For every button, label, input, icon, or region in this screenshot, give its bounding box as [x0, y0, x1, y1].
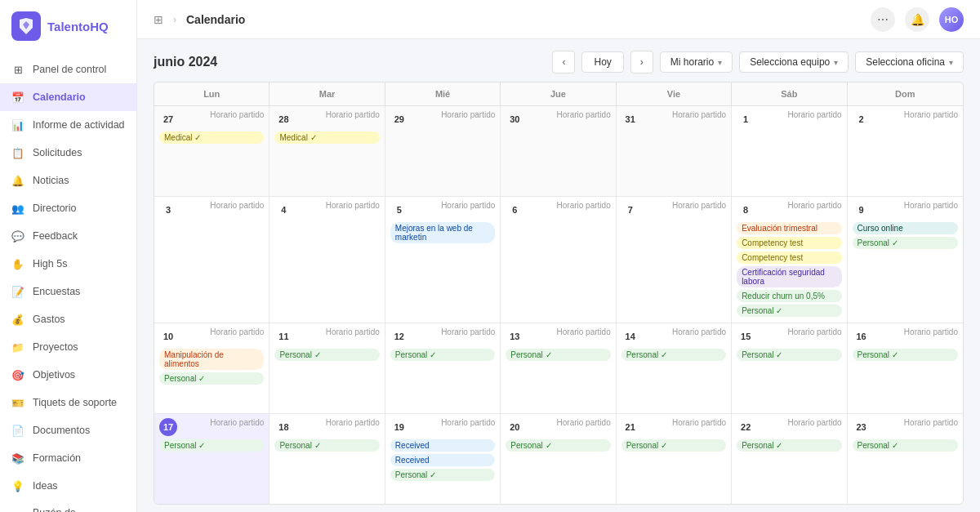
sidebar-item-complaints[interactable]: 📥 Buzón de denuncias [0, 500, 136, 512]
event-tag[interactable]: Personal ✓ [506, 439, 610, 452]
events-list: Evaluación trimestralCompetency testComp… [737, 222, 841, 318]
event-tag[interactable]: Personal ✓ [737, 349, 841, 361]
event-tag[interactable]: Curso online [853, 222, 958, 234]
sidebar-item-expenses[interactable]: 💰 Gastos [0, 305, 136, 333]
events-list: Personal ✓ [390, 349, 495, 363]
cell-day-number: 6 [506, 201, 523, 219]
team-dropdown[interactable]: Selecciona equipo ▾ [739, 51, 849, 73]
prev-month-button[interactable]: ‹ [552, 51, 575, 73]
event-tag[interactable]: Personal ✓ [853, 237, 958, 249]
event-tag[interactable]: Personal ✓ [274, 439, 379, 452]
cell-schedule: Horario partido [210, 201, 264, 210]
calendar-cell[interactable]: 14Horario partidoPersonal ✓ [617, 323, 732, 413]
event-tag[interactable]: Competency test [737, 237, 841, 249]
day-header-dom: Dom [848, 82, 963, 105]
schedule-dropdown[interactable]: Mi horario ▾ [660, 51, 733, 73]
calendar-cell[interactable]: 11Horario partidoPersonal ✓ [270, 323, 385, 413]
event-tag[interactable]: Medical ✓ [274, 131, 379, 144]
calendar-cell[interactable]: 1Horario partido [732, 106, 847, 196]
sidebar-item-news[interactable]: 🔔 Noticias [0, 167, 136, 194]
sidebar-item-label: Directorio [33, 203, 77, 214]
calendar-weeks: 27Horario partidoMedical ✓28Horario part… [154, 106, 963, 504]
calendar-cell[interactable]: 8Horario partidoEvaluación trimestralCom… [732, 197, 847, 323]
calendar-cell[interactable]: 28Horario partidoMedical ✓ [270, 106, 385, 196]
calendar-cell[interactable]: 4Horario partido [270, 197, 385, 323]
calendar-cell[interactable]: 3Horario partido [154, 197, 270, 323]
calendar-cell[interactable]: 23Horario partidoPersonal ✓ [848, 414, 963, 504]
sidebar-item-label: Gastos [33, 314, 65, 325]
ticket-icon: 🎫 [11, 396, 24, 409]
sidebar-item-activity[interactable]: 📊 Informe de actividad [0, 111, 136, 139]
calendar-cell[interactable]: 6Horario partido [501, 197, 616, 323]
cell-day-number: 10 [159, 327, 177, 345]
office-dropdown[interactable]: Selecciona oficina ▾ [855, 51, 964, 73]
sidebar-item-training[interactable]: 📚 Formación [0, 444, 136, 472]
sidebar-item-high5s[interactable]: ✋ High 5s [0, 250, 136, 278]
sidebar-item-feedback[interactable]: 💬 Feedback [0, 222, 136, 250]
sidebar-item-projects[interactable]: 📁 Proyectos [0, 333, 136, 361]
calendar-cell[interactable]: 12Horario partidoPersonal ✓ [385, 323, 501, 413]
sidebar-item-goals[interactable]: 🎯 Objetivos [0, 361, 136, 389]
calendar-cell[interactable]: 29Horario partido [385, 106, 501, 196]
calendar-cell[interactable]: 19Horario partidoReceivedReceivedPersona… [385, 414, 501, 504]
calendar-cell[interactable]: 7Horario partido [617, 197, 732, 323]
event-tag[interactable]: Personal ✓ [853, 349, 958, 361]
event-tag[interactable]: Personal ✓ [621, 349, 726, 361]
event-tag[interactable]: Evaluación trimestral [737, 222, 841, 234]
sidebar-item-directory[interactable]: 👥 Directorio [0, 194, 136, 222]
event-tag[interactable]: Personal ✓ [274, 349, 379, 361]
sidebar-item-surveys[interactable]: 📝 Encuestas [0, 278, 136, 305]
sidebar-item-calendar[interactable]: 📅 Calendario [0, 83, 136, 111]
cell-day-number: 23 [853, 418, 871, 436]
today-button[interactable]: Hoy [581, 51, 623, 73]
calendar-cell[interactable]: 15Horario partidoPersonal ✓ [732, 323, 847, 413]
calendar-cell[interactable]: 9Horario partidoCurso onlinePersonal ✓ [848, 197, 963, 323]
calendar-cell[interactable]: 21Horario partidoPersonal ✓ [617, 414, 732, 504]
event-tag[interactable]: Medical ✓ [159, 131, 264, 144]
sidebar-item-ideas[interactable]: 💡 Ideas [0, 472, 136, 500]
event-tag[interactable]: Certificación seguridad labora [737, 266, 841, 287]
event-tag[interactable]: Personal ✓ [159, 372, 264, 385]
calendar-cell[interactable]: 20Horario partidoPersonal ✓ [501, 414, 616, 504]
calendar-cell[interactable]: 10Horario partidoManipulación de aliment… [154, 323, 270, 413]
cell-day-number: 13 [506, 327, 523, 345]
event-tag[interactable]: Personal ✓ [737, 439, 841, 452]
sidebar-item-requests[interactable]: 📋 Solicitudes [0, 139, 136, 167]
notifications-button[interactable]: 🔔 [905, 7, 929, 32]
calendar-cell[interactable]: 22Horario partidoPersonal ✓ [732, 414, 847, 504]
calendar-cell[interactable]: 16Horario partidoPersonal ✓ [848, 323, 963, 413]
cell-schedule: Horario partido [904, 110, 958, 119]
event-tag[interactable]: Personal ✓ [853, 439, 958, 452]
event-tag[interactable]: Personal ✓ [737, 305, 841, 317]
calendar-cell[interactable]: 2Horario partido [848, 106, 963, 196]
cell-schedule: Horario partido [787, 201, 841, 210]
event-tag[interactable]: Personal ✓ [390, 349, 495, 361]
event-tag[interactable]: Received [390, 439, 495, 452]
cell-schedule: Horario partido [557, 327, 611, 336]
avatar[interactable]: HO [939, 7, 964, 32]
event-tag[interactable]: Manipulación de alimentos [159, 349, 264, 370]
sidebar-item-label: Formación [33, 452, 81, 464]
calendar-cell[interactable]: 17Horario partidoPersonal ✓ [154, 414, 270, 504]
sidebar-item-documents[interactable]: 📄 Documentos [0, 416, 136, 444]
event-tag[interactable]: Competency test [737, 252, 841, 264]
calendar-cell[interactable]: 31Horario partido [617, 106, 732, 196]
sidebar-item-dashboard[interactable]: ⊞ Panel de control [0, 56, 136, 83]
event-tag[interactable]: Mejoras en la web de marketin [390, 222, 495, 243]
calendar-cell[interactable]: 27Horario partidoMedical ✓ [154, 106, 270, 196]
event-tag[interactable]: Personal ✓ [159, 439, 264, 452]
next-month-button[interactable]: › [630, 51, 653, 73]
more-button[interactable]: ⋯ [871, 7, 895, 32]
cell-day-number: 9 [853, 201, 871, 219]
calendar-cell[interactable]: 13Horario partidoPersonal ✓ [501, 323, 616, 413]
event-tag[interactable]: Received [390, 454, 495, 466]
calendar-cell[interactable]: 30Horario partido [501, 106, 616, 196]
event-tag[interactable]: Personal ✓ [390, 469, 495, 481]
event-tag[interactable]: Personal ✓ [621, 439, 726, 452]
event-tag[interactable]: Personal ✓ [506, 349, 610, 361]
event-tag[interactable]: Reducir churn un 0,5% [737, 290, 841, 302]
sidebar-item-tickets[interactable]: 🎫 Tiquets de soporte [0, 389, 136, 416]
calendar-cell[interactable]: 5Horario partidoMejoras en la web de mar… [385, 197, 501, 323]
events-list: Personal ✓ [506, 349, 610, 363]
calendar-cell[interactable]: 18Horario partidoPersonal ✓ [270, 414, 385, 504]
